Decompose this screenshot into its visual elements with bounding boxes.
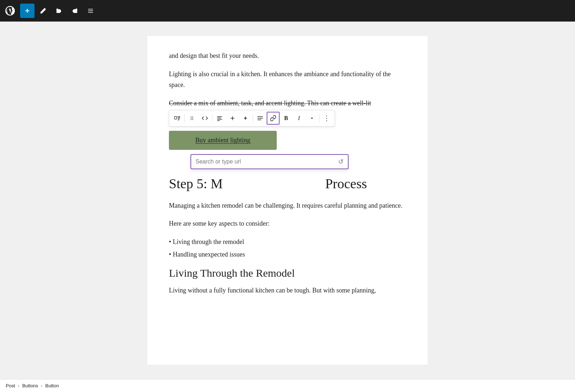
paragraph-3: Managing a kitchen remodel can be challe… [169,200,406,211]
editor-canvas: and design that best fit your needs. Lig… [147,36,428,365]
paragraph-5: Living without a fully functional kitche… [169,285,406,296]
toolbar-transform-button[interactable] [171,112,184,125]
breadcrumb-sep-2: › [41,383,42,388]
toolbar-add-block-button[interactable] [226,112,239,125]
svg-rect-3 [175,116,177,119]
redo-button[interactable] [68,4,82,18]
url-search-input[interactable] [196,158,338,165]
toolbar-bold-button[interactable]: B [280,112,293,125]
toolbar-drag-button[interactable] [185,112,198,125]
svg-point-10 [192,118,193,119]
breadcrumb-button: Button [45,383,59,388]
pen-tool-button[interactable] [36,4,50,18]
toolbar-divider-3 [253,114,253,123]
toolbar-divider-4 [319,114,319,123]
svg-rect-4 [178,116,180,117]
toolbar-align-button[interactable] [213,112,226,125]
svg-rect-19 [258,120,262,120]
toolbar-more-formatting-button[interactable] [305,112,318,125]
svg-point-12 [192,119,193,120]
breadcrumb-sep-1: › [18,383,19,388]
toolbar-options-button[interactable]: ⋮ [320,112,333,125]
svg-rect-14 [217,118,221,119]
content-list: Living through the remodel Handling unex… [169,236,406,260]
toolbar-link-button[interactable] [267,112,280,125]
svg-rect-15 [217,119,222,120]
main-editor: and design that best fit your needs. Lig… [0,22,575,379]
button-block: Buy ambient lighting [169,131,406,150]
svg-rect-5 [178,119,180,119]
menu-button[interactable] [83,4,98,18]
svg-rect-6 [178,120,179,121]
svg-point-11 [191,119,192,120]
toolbar-italic-button[interactable]: I [293,112,305,125]
svg-point-9 [191,118,192,119]
url-search-box: ↺ [190,154,349,169]
breadcrumb-post[interactable]: Post [6,383,15,388]
top-toolbar [0,0,575,22]
bottom-bar: Post › Buttons › Button [0,379,575,392]
subheading-living: Living Through the Remodel [169,267,406,279]
svg-rect-18 [258,118,263,119]
undo-button[interactable] [52,4,66,18]
paragraph-1: and design that best fit your needs. [169,50,406,61]
list-item-2: Handling unexpected issues [169,249,406,260]
step-heading: Step 5: M Process [169,175,406,193]
paragraph-4: Here are some key aspects to consider: [169,218,406,229]
svg-point-7 [191,117,192,117]
svg-rect-13 [217,116,222,117]
block-toolbar: + B I [169,110,335,126]
url-reset-icon[interactable]: ↺ [338,158,344,166]
breadcrumb-buttons[interactable]: Buttons [22,383,38,388]
svg-rect-17 [258,116,263,117]
svg-rect-16 [217,120,220,121]
list-item-1: Living through the remodel [169,236,406,248]
buy-ambient-lighting-button[interactable]: Buy ambient lighting [169,131,277,150]
paragraph-2: Lighting is also crucial in a kitchen. I… [169,69,406,91]
wordpress-logo[interactable] [3,4,17,18]
toolbar-code-button[interactable] [198,112,211,125]
toolbar-divider-1 [184,114,185,123]
add-block-button[interactable] [20,4,34,18]
strikethrough-text: Consider a mix of ambient, task, and acc… [169,98,406,109]
toolbar-add-inline-button[interactable]: + [239,112,252,125]
svg-point-8 [192,117,193,117]
toolbar-list-button[interactable] [254,112,267,125]
toolbar-divider-2 [212,114,212,123]
breadcrumb: Post › Buttons › Button [6,383,59,388]
